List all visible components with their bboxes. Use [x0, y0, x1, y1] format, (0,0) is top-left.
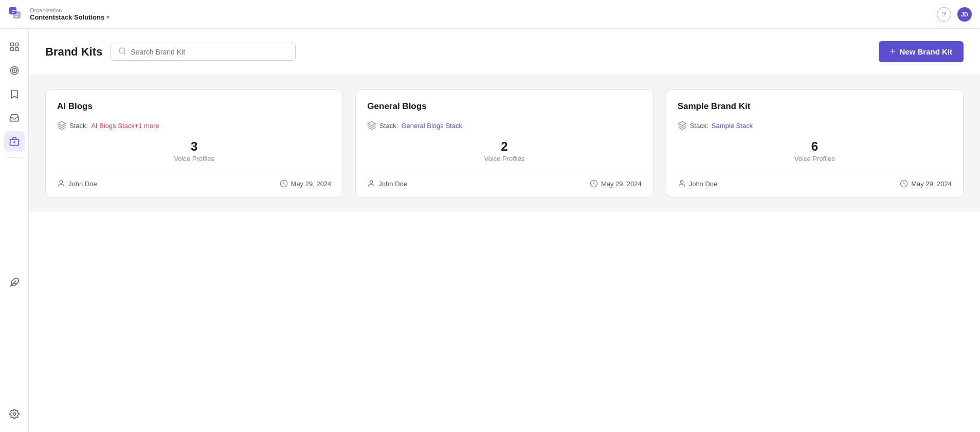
svg-rect-6 — [15, 48, 18, 51]
voice-count: 3 — [57, 139, 331, 154]
brand-card-ai-blogs[interactable]: AI Blogs Stack: AI Blogs Stack+1 more 3 … — [45, 89, 343, 197]
author-name: John Doe — [378, 180, 407, 188]
clock-icon — [280, 179, 288, 188]
svg-point-22 — [370, 181, 373, 183]
topbar-right: ? JD — [937, 7, 972, 22]
brand-kits-grid: AI Blogs Stack: AI Blogs Stack+1 more 3 … — [29, 75, 980, 212]
search-box[interactable] — [111, 43, 296, 61]
card-footer: John Doe May 29, 2024 — [367, 179, 641, 188]
svg-line-17 — [124, 52, 125, 54]
brand-card-general-blogs[interactable]: General Blogs Stack: General Blogs Stack… — [355, 89, 653, 197]
svg-point-15 — [13, 413, 15, 416]
help-button[interactable]: ? — [937, 7, 951, 22]
clock-icon — [900, 179, 908, 188]
sidebar-item-briefcase[interactable] — [4, 131, 25, 152]
user-icon — [367, 179, 375, 188]
card-stats: 3 Voice Profiles — [57, 139, 331, 163]
card-stats: 2 Voice Profiles — [367, 139, 641, 163]
sidebar-item-grid[interactable] — [4, 37, 25, 57]
voice-label: Voice Profiles — [57, 155, 331, 163]
card-author: John Doe — [57, 179, 97, 188]
svg-marker-21 — [368, 122, 376, 126]
date-value: May 29, 2024 — [911, 180, 952, 188]
svg-rect-4 — [15, 43, 18, 46]
svg-marker-24 — [678, 122, 686, 126]
brand-card-sample-brand-kit[interactable]: Sample Brand Kit Stack: Sample Stack 6 V… — [666, 89, 964, 197]
sidebar-item-target[interactable] — [4, 60, 25, 81]
topbar: Organization Contentstack Solutions ▾ ? … — [0, 0, 980, 29]
search-icon — [118, 47, 126, 57]
card-divider — [678, 172, 952, 172]
sidebar — [0, 29, 29, 432]
svg-point-25 — [680, 181, 683, 183]
card-stack: Stack: AI Blogs Stack+1 more — [57, 121, 331, 130]
page-header-left: Brand Kits — [45, 43, 296, 61]
card-footer: John Doe May 29, 2024 — [678, 179, 952, 188]
card-stack: Stack: General Blogs Stack — [367, 121, 641, 130]
card-divider — [57, 172, 331, 172]
clock-icon — [590, 179, 598, 188]
svg-rect-5 — [10, 48, 13, 51]
page-title: Brand Kits — [45, 45, 102, 59]
stack-label: Stack: — [69, 122, 88, 130]
stack-icon — [678, 121, 687, 130]
sidebar-item-bookmark[interactable] — [4, 84, 25, 104]
card-date: May 29, 2024 — [900, 179, 952, 188]
card-title: General Blogs — [367, 101, 641, 112]
user-icon — [57, 179, 65, 188]
card-title: AI Blogs — [57, 101, 331, 112]
sidebar-item-inbox[interactable] — [4, 107, 25, 128]
card-stack: Stack: Sample Stack — [678, 121, 952, 130]
sidebar-divider — [6, 157, 23, 158]
svg-rect-3 — [10, 43, 13, 46]
org-name[interactable]: Contentstack Solutions ▾ — [30, 13, 110, 21]
voice-count: 2 — [367, 139, 641, 154]
voice-label: Voice Profiles — [678, 155, 952, 163]
card-divider — [367, 172, 641, 172]
plus-icon: + — [890, 46, 896, 57]
date-value: May 29, 2024 — [291, 180, 332, 188]
new-brand-button[interactable]: + New Brand Kit — [879, 41, 964, 62]
card-title: Sample Brand Kit — [678, 101, 952, 112]
stack-value[interactable]: Sample Stack — [712, 122, 753, 130]
topbar-left: Organization Contentstack Solutions ▾ — [8, 6, 110, 23]
stack-value[interactable]: General Blogs Stack — [401, 122, 462, 130]
logo-icon — [8, 6, 25, 23]
card-stats: 6 Voice Profiles — [678, 139, 952, 163]
voice-count: 6 — [678, 139, 952, 154]
user-avatar[interactable]: JD — [957, 7, 972, 22]
svg-marker-18 — [58, 122, 66, 126]
card-author: John Doe — [367, 179, 407, 188]
search-input[interactable] — [131, 48, 288, 56]
date-value: May 29, 2024 — [601, 180, 642, 188]
card-footer: John Doe May 29, 2024 — [57, 179, 331, 188]
dropdown-chevron-icon: ▾ — [106, 14, 110, 21]
stack-icon — [367, 121, 376, 130]
page-header: Brand Kits + New Brand Kit — [29, 29, 980, 75]
stack-label: Stack: — [690, 122, 709, 130]
svg-point-16 — [119, 48, 125, 53]
stack-value[interactable]: AI Blogs Stack+1 more — [91, 122, 159, 130]
user-icon — [678, 179, 686, 188]
svg-point-19 — [60, 181, 62, 183]
org-label: Organization — [30, 7, 110, 13]
sidebar-item-puzzle[interactable] — [4, 272, 25, 293]
author-name: John Doe — [689, 180, 718, 188]
card-date: May 29, 2024 — [280, 179, 332, 188]
svg-rect-2 — [13, 11, 21, 19]
card-date: May 29, 2024 — [590, 179, 642, 188]
stack-icon — [57, 121, 66, 130]
org-info: Organization Contentstack Solutions ▾ — [30, 7, 110, 21]
author-name: John Doe — [68, 180, 97, 188]
main-content: Brand Kits + New Brand Kit AI Blogs Stac… — [29, 29, 980, 432]
sidebar-item-settings[interactable] — [4, 404, 25, 424]
svg-point-9 — [14, 70, 15, 71]
voice-label: Voice Profiles — [367, 155, 641, 163]
card-author: John Doe — [678, 179, 718, 188]
stack-label: Stack: — [379, 122, 398, 130]
